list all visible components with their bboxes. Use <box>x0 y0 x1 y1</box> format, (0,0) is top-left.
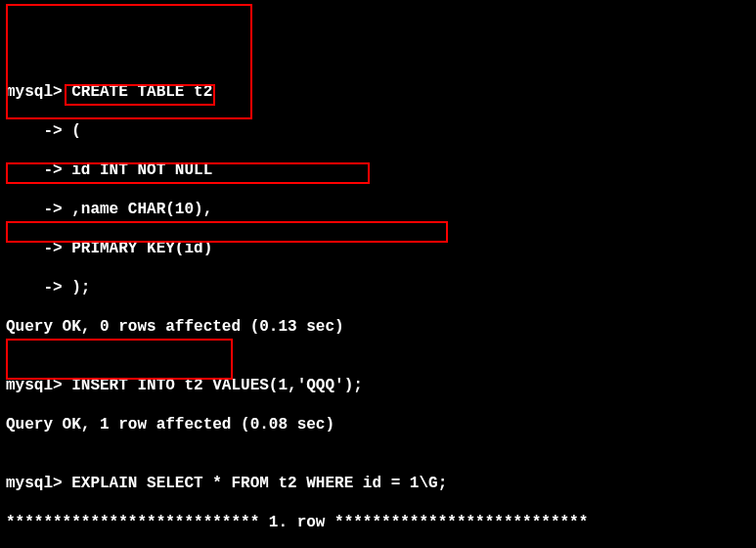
terminal-line-explain: mysql> EXPLAIN SELECT * FROM t2 WHERE id… <box>6 474 750 493</box>
terminal-line-name-col: -> ,name CHAR(10), <box>6 200 750 219</box>
highlight-possible-keys <box>6 339 233 380</box>
terminal-line-insert: mysql> INSERT INTO t2 VALUES(1,'QQQ'); <box>6 376 750 395</box>
terminal-line-close-paren: -> ); <box>6 278 750 297</box>
terminal-line-row-header: *************************** 1. row *****… <box>6 513 750 532</box>
terminal-line-query-ok-1: Query OK, 0 rows affected (0.13 sec) <box>6 317 750 337</box>
terminal-line-paren: -> ( <box>6 121 750 141</box>
terminal-line-query-ok-2: Query OK, 1 row affected (0.08 sec) <box>6 415 750 434</box>
terminal-line-create: mysql> CREATE TABLE t2 <box>6 82 750 102</box>
highlight-create-table <box>6 4 252 119</box>
terminal-line-id-col: -> id INT NOT NULL <box>6 160 750 180</box>
terminal-line-primary-key: -> PRIMARY KEY(id) <box>6 239 750 258</box>
